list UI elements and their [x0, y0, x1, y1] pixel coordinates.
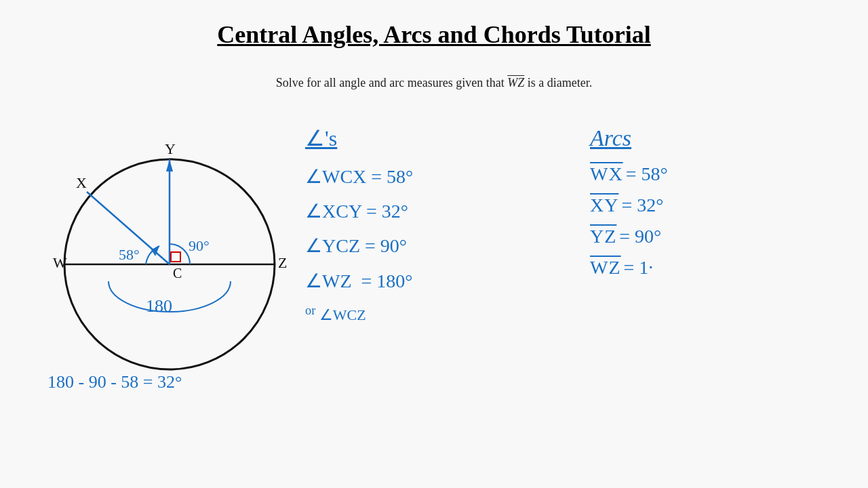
label-C: C — [173, 266, 182, 281]
angle-wcz-or: or ∠WCZ — [305, 302, 413, 326]
label-X: X — [76, 174, 87, 191]
arcs-heading: Arcs — [590, 125, 668, 151]
page-title: Central Angles, Arcs and Chords Tutorial — [0, 0, 868, 49]
subtitle: Solve for all angle and arc measures giv… — [0, 76, 868, 90]
angle-58-label: 58° — [119, 246, 140, 263]
arcs-column: Arcs WX = 58° XY = 32° YZ = 90° WZ = 1· — [590, 125, 668, 288]
subtitle-text-before: Solve for all angle and arc measures giv… — [276, 76, 507, 89]
angle-180-label: 180 — [146, 296, 172, 316]
svg-marker-4 — [166, 159, 173, 171]
angles-column: ∠'s ∠WCX = 58° ∠XCY = 32° ∠YCZ = 90° ∠WZ… — [305, 125, 413, 334]
arc-xy: XY = 32° — [590, 195, 668, 216]
label-Y: Y — [165, 140, 176, 157]
arc-yz: YZ = 90° — [590, 226, 668, 247]
angle-ycz: ∠YCZ = 90° — [305, 232, 413, 259]
angle-xcy: ∠XCY = 32° — [305, 198, 413, 224]
angle-wcx: ∠WCX = 58° — [305, 163, 413, 190]
svg-rect-6 — [171, 252, 180, 262]
arc-wx: WX = 58° — [590, 163, 668, 185]
label-W: W — [53, 254, 67, 271]
arc-wz: WZ = 1· — [590, 257, 668, 279]
angles-heading: ∠'s — [305, 125, 413, 151]
circle-diagram: W Z X Y C 58° 90° 180 180 - 90 - 58 = 32… — [41, 132, 298, 392]
angle-wz: ∠WZ = 180° — [305, 268, 413, 294]
wz-label: WZ — [507, 76, 524, 89]
angle-90-label: 90° — [189, 237, 210, 254]
subtitle-text-after: is a diameter. — [524, 76, 592, 89]
circle-svg: W Z X Y C 58° 90° 180 — [41, 132, 298, 390]
page: Central Angles, Arcs and Chords Tutorial… — [0, 0, 868, 488]
label-Z: Z — [278, 254, 287, 271]
